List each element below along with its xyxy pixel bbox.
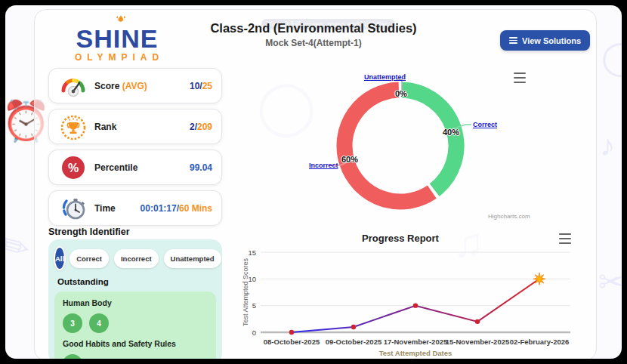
data-point-star[interactable] <box>533 273 545 285</box>
svg-text:%: % <box>68 162 79 174</box>
view-solutions-button[interactable]: View Solutions <box>500 30 590 51</box>
filter-incorrect-button[interactable]: Incorrect <box>114 249 159 268</box>
x-tick-label: 09-October-2025 <box>326 338 382 346</box>
strength-topics: Human Body34Good Habits and Safety Rules… <box>54 292 216 359</box>
data-point[interactable] <box>289 330 294 335</box>
shine-olympiad-logo[interactable]: SHINE OLYMPIAD <box>54 26 180 63</box>
percentile-card: % Percentile 99.04 <box>48 150 222 185</box>
y-axis-title: Test Attempted Scores <box>242 258 249 326</box>
question-badge[interactable]: 5 <box>63 354 82 359</box>
topic-name: Good Habits and Safety Rules <box>63 339 208 348</box>
donut-slice-correct[interactable] <box>402 90 456 190</box>
question-badge[interactable]: 4 <box>89 313 109 333</box>
score-value: 10/25 <box>190 81 212 91</box>
strength-identifier-panel: All Correct Incorrect Unattempted Outsta… <box>48 239 222 359</box>
data-point[interactable] <box>351 325 356 329</box>
data-point[interactable] <box>475 319 480 324</box>
donut-pct-unattempted: 0% <box>395 89 407 98</box>
logo-tagline: OLYMPIAD <box>54 52 180 63</box>
strength-identifier-title: Strength Identifier <box>48 227 130 237</box>
donut-label-correct[interactable]: Correct <box>473 121 497 128</box>
doodle-pencil: ✎ <box>5 222 37 272</box>
donut-chart-menu-button[interactable] <box>512 72 527 84</box>
stopwatch-icon <box>58 193 88 224</box>
highcharts-credit[interactable]: Highcharts.com <box>488 213 530 220</box>
filter-all-button[interactable]: All <box>55 248 64 269</box>
x-axis-title: Test Attempted Dates <box>379 349 452 357</box>
app-window: ⏰ ✎ ☁ ◯ ♫ ✂ ♪ ⬠ ◯ To exit full screen, p… <box>5 5 622 359</box>
y-tick-label: 5 <box>252 301 256 310</box>
logo-text: SHINE <box>54 26 180 51</box>
donut-label-unattempted[interactable]: Unattempted <box>364 73 406 81</box>
score-label-suffix: (AVG) <box>119 81 147 91</box>
page-title: Class-2nd (Environmental Studies) <box>204 21 423 35</box>
time-label: Time <box>94 203 116 214</box>
question-badge-row: 34 <box>63 313 208 333</box>
page-subtitle: Mock Set-4(Attempt-1) <box>204 38 423 48</box>
topic-name: Human Body <box>63 298 208 307</box>
score-label: Score <box>94 81 119 91</box>
score-card: Score (AVG) 10/25 <box>48 68 222 103</box>
y-tick-label: 10 <box>248 275 256 283</box>
doodle-scissors: ✂ <box>598 264 622 299</box>
strength-group-title: Outstanding <box>57 277 222 286</box>
question-badge[interactable]: 3 <box>63 313 82 333</box>
progress-chart-menu-button[interactable] <box>558 233 573 245</box>
time-value: 00:01:17/60 Mins <box>141 203 212 214</box>
donut-slice-incorrect[interactable] <box>344 90 432 202</box>
trophy-icon <box>58 112 88 142</box>
strength-filter-row: All Correct Incorrect Unattempted <box>48 239 222 269</box>
menu-icon <box>509 37 517 44</box>
doodle-note: ♪ <box>600 128 615 162</box>
x-tick-label: 02-February-2026 <box>510 338 570 346</box>
x-tick-label: 17-November-2025 <box>384 338 448 346</box>
gauge-icon <box>58 71 88 101</box>
rank-card: Rank 2/209 <box>48 109 222 144</box>
view-solutions-label: View Solutions <box>522 36 581 45</box>
percentile-label: Percentile <box>94 162 137 173</box>
progress-line-chart: 05101508-October-202509-October-202517-N… <box>242 246 593 359</box>
donut-pct-correct: 40% <box>443 128 459 137</box>
filter-correct-button[interactable]: Correct <box>69 249 109 268</box>
x-tick-label: 08-October-2025 <box>264 338 320 346</box>
data-point[interactable] <box>413 303 418 307</box>
time-card: Time 00:01:17/60 Mins <box>48 190 222 226</box>
doodle-circle-2: ◯ <box>601 38 622 76</box>
donut-label-incorrect[interactable]: Incorrect <box>309 162 338 169</box>
percentile-value: 99.04 <box>190 162 212 173</box>
percent-icon: % <box>58 153 88 183</box>
filter-unattempted-button[interactable]: Unattempted <box>164 249 221 268</box>
y-tick-label: 0 <box>252 329 256 337</box>
x-tick-label: 15-November-2025 <box>446 338 510 346</box>
y-tick-label: 15 <box>248 248 256 257</box>
torch-icon <box>114 14 128 28</box>
rank-label: Rank <box>94 122 116 132</box>
question-badge-row: 5 <box>63 354 208 359</box>
donut-pct-incorrect: 60% <box>341 155 358 164</box>
rank-value: 2/209 <box>190 122 212 132</box>
progress-report-title: Progress Report <box>325 233 476 244</box>
result-donut-chart <box>317 63 483 229</box>
